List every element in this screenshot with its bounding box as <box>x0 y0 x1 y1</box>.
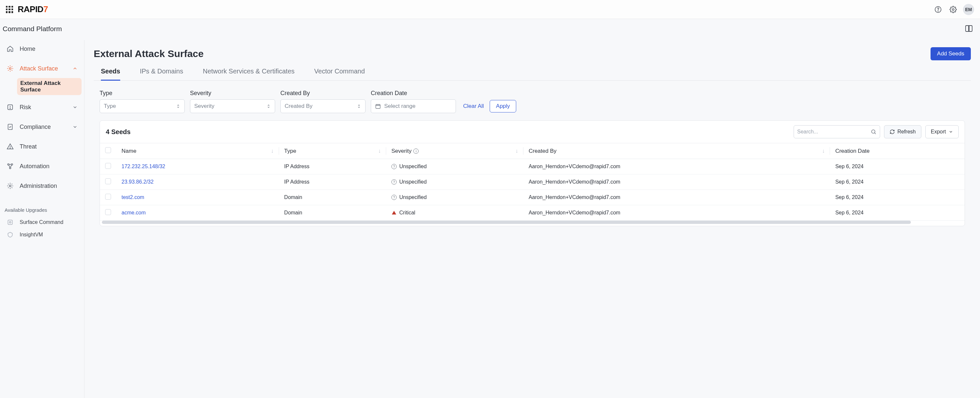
export-button[interactable]: Export <box>925 125 959 138</box>
cell-creation-date: Sep 6, 2024 <box>830 205 965 221</box>
col-created-by[interactable]: Created By↓ <box>523 143 830 159</box>
filter-created-by-select[interactable]: Created By <box>280 99 366 113</box>
sidebar-item-attack-surface[interactable]: Attack Surface <box>3 62 81 75</box>
help-icon[interactable] <box>933 4 943 15</box>
sidebar-item-risk[interactable]: Risk <box>3 100 81 114</box>
seed-link[interactable]: 23.93.86.2/32 <box>121 179 154 185</box>
sidebar-item-automation[interactable]: Automation <box>3 159 81 173</box>
gear-icon[interactable] <box>948 4 958 15</box>
tab-network-services-certificates[interactable]: Network Services & Certificates <box>203 66 294 81</box>
filter-creation-date-label: Creation Date <box>371 90 456 97</box>
seeds-count-title: 4 Seeds <box>106 128 131 136</box>
col-severity[interactable]: Severityi↓ <box>386 143 523 159</box>
seed-link[interactable]: acme.com <box>121 210 146 216</box>
chevron-down-icon <box>72 105 78 110</box>
tab-seeds[interactable]: Seeds <box>101 66 120 81</box>
sidebar-item-compliance[interactable]: Compliance <box>3 120 81 134</box>
clear-all-button[interactable]: Clear All <box>463 103 484 110</box>
row-checkbox-cell <box>100 205 116 221</box>
tab-vector-command[interactable]: Vector Command <box>314 66 365 81</box>
sort-icon <box>266 103 271 109</box>
administration-icon <box>6 182 14 190</box>
apply-button[interactable]: Apply <box>490 100 516 112</box>
severity-text: Unspecified <box>399 164 427 169</box>
filter-severity-select[interactable]: Severity <box>190 99 275 113</box>
filter-type-select[interactable]: Type <box>100 99 185 113</box>
chevron-down-icon <box>948 129 953 134</box>
table-row: 172.232.25.148/32IP Address?UnspecifiedA… <box>100 159 965 174</box>
svg-point-13 <box>10 222 11 223</box>
upgrade-label: Surface Command <box>20 219 63 225</box>
filter-created-by: Created By Created By <box>280 90 366 113</box>
row-checkbox[interactable] <box>105 209 111 215</box>
sort-arrow-icon: ↓ <box>271 148 274 154</box>
search-input[interactable] <box>797 129 868 135</box>
filter-created-by-label: Created By <box>280 90 366 97</box>
sidebar-item-threat[interactable]: Threat <box>3 140 81 153</box>
tab-ips-domains[interactable]: IPs & Domains <box>140 66 183 81</box>
upgrade-insightvm[interactable]: InsightVM <box>3 229 81 241</box>
col-creation-date[interactable]: Creation Date <box>830 143 965 159</box>
user-avatar[interactable]: EM <box>963 4 974 15</box>
sidebar-submenu-attack-surface: External Attack Surface <box>17 78 81 95</box>
search-box[interactable] <box>794 125 880 138</box>
nav-sub-label: External Attack Surface <box>20 80 60 93</box>
horizontal-scrollbar[interactable] <box>102 221 911 224</box>
sidebar-item-external-attack-surface[interactable]: External Attack Surface <box>17 78 81 95</box>
col-name[interactable]: Name↓ <box>116 143 279 159</box>
cell-type: IP Address <box>279 174 386 190</box>
cell-creation-date: Sep 6, 2024 <box>830 159 965 174</box>
row-checkbox[interactable] <box>105 194 111 200</box>
cell-name: acme.com <box>116 205 279 221</box>
unspecified-icon: ? <box>391 195 397 200</box>
svg-rect-12 <box>8 220 12 224</box>
nav-label: Risk <box>20 104 31 111</box>
select-all-checkbox[interactable] <box>105 147 111 153</box>
seed-link[interactable]: 172.232.25.148/32 <box>121 164 165 169</box>
sidebar-item-home[interactable]: Home <box>3 42 81 56</box>
sort-icon <box>357 103 361 109</box>
sidebar-item-administration[interactable]: Administration <box>3 179 81 193</box>
svg-point-2 <box>952 8 954 11</box>
card-actions: Refresh Export <box>794 125 959 138</box>
apps-grid-icon[interactable] <box>6 6 13 13</box>
tabs: Seeds IPs & Domains Network Services & C… <box>94 66 971 81</box>
filter-creation-date: Creation Date Select range <box>371 90 456 113</box>
rapid7-logo[interactable]: RAPID7 <box>18 4 48 14</box>
seed-link[interactable]: test2.com <box>121 194 144 200</box>
nav-label: Attack Surface <box>20 65 58 72</box>
cell-name: test2.com <box>116 190 279 205</box>
row-checkbox-cell <box>100 174 116 190</box>
surface-command-icon <box>6 219 14 226</box>
subheader: Command Platform <box>0 19 980 40</box>
svg-point-3 <box>9 67 11 69</box>
refresh-button[interactable]: Refresh <box>884 125 921 138</box>
svg-rect-14 <box>376 105 380 109</box>
cell-creation-date: Sep 6, 2024 <box>830 174 965 190</box>
info-icon[interactable]: i <box>414 149 418 154</box>
add-seeds-button[interactable]: Add Seeds <box>931 47 971 60</box>
sort-icon <box>176 103 180 109</box>
critical-icon <box>391 210 397 216</box>
sort-arrow-icon: ↓ <box>822 148 825 154</box>
filter-creation-date-select[interactable]: Select range <box>371 99 456 113</box>
avatar-initials: EM <box>965 7 972 12</box>
cell-severity: ?Unspecified <box>386 190 523 205</box>
refresh-label: Refresh <box>897 129 916 135</box>
logo-text-part2: 7 <box>43 4 48 14</box>
row-checkbox[interactable] <box>105 163 111 169</box>
sort-arrow-icon: ↓ <box>515 148 518 154</box>
filter-created-by-placeholder: Created By <box>285 103 312 110</box>
table-header-row: Name↓ Type↓ Severityi↓ Created By↓ Creat… <box>100 143 965 159</box>
top-bar: RAPID7 EM <box>0 0 980 19</box>
filter-severity: Severity Severity <box>190 90 275 113</box>
filter-type-label: Type <box>100 90 185 97</box>
nav-label: Administration <box>20 182 57 190</box>
row-checkbox[interactable] <box>105 178 111 184</box>
book-icon[interactable] <box>964 24 974 34</box>
col-type[interactable]: Type↓ <box>279 143 386 159</box>
svg-point-5 <box>10 108 10 109</box>
upgrade-surface-command[interactable]: Surface Command <box>3 216 81 229</box>
table-row: 23.93.86.2/32IP Address?UnspecifiedAaron… <box>100 174 965 190</box>
layout: Home Attack Surface External Attack Surf… <box>0 40 980 398</box>
